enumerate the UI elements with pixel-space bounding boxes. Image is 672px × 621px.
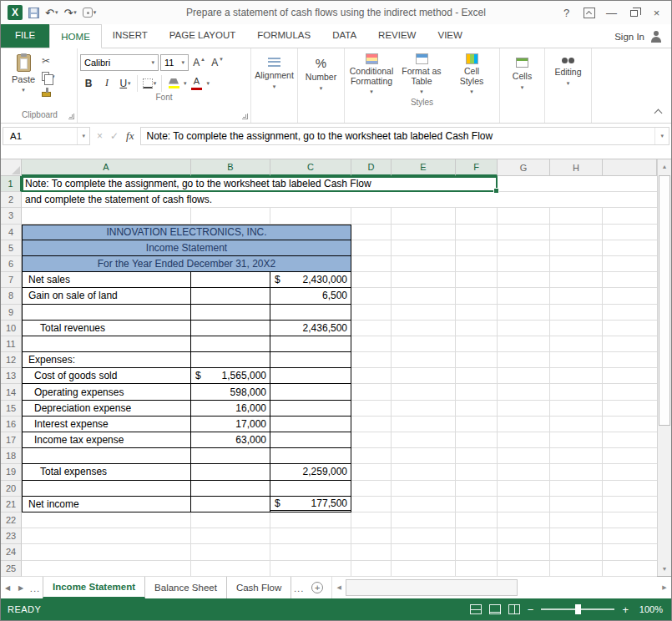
- cell-H7[interactable]: [550, 272, 603, 288]
- cell-H23[interactable]: [550, 528, 603, 544]
- cell-H22[interactable]: [550, 512, 603, 528]
- cell-C10[interactable]: 2,436,500: [270, 321, 351, 336]
- vertical-scrollbar[interactable]: ▲ ▼: [657, 159, 671, 576]
- normal-view-button[interactable]: [470, 604, 482, 614]
- cell-C23[interactable]: [270, 528, 351, 544]
- cell-E17[interactable]: [392, 432, 456, 448]
- row-header-13[interactable]: 13: [1, 368, 22, 384]
- page-break-view-button[interactable]: [508, 604, 520, 614]
- cell-B8[interactable]: [191, 288, 270, 304]
- ribbon-tab-file[interactable]: FILE: [1, 23, 49, 48]
- ribbon-tab-insert[interactable]: INSERT: [102, 23, 159, 48]
- cell-B21[interactable]: [191, 497, 270, 512]
- cell-G5[interactable]: [498, 240, 550, 256]
- cell-A13[interactable]: Cost of goods sold: [22, 368, 191, 384]
- maximize-restore-button[interactable]: [623, 3, 645, 22]
- sign-in-button[interactable]: Sign In: [614, 24, 671, 48]
- font-name-select[interactable]: Calibri ▾: [80, 54, 159, 71]
- sheet-tab-cash-flow[interactable]: Cash Flow: [227, 577, 291, 598]
- cell-E9[interactable]: [392, 305, 456, 321]
- cell-F10[interactable]: [456, 321, 498, 336]
- cell-F6[interactable]: [456, 256, 498, 272]
- cell-E10[interactable]: [392, 321, 456, 336]
- cell-B19[interactable]: [191, 464, 270, 480]
- minimize-button[interactable]: —: [600, 3, 623, 22]
- cell-D24[interactable]: [351, 544, 392, 560]
- cell-A2[interactable]: and complete the statement of cash flows…: [22, 192, 657, 208]
- cell-G3[interactable]: [498, 208, 550, 224]
- cell-F11[interactable]: [456, 336, 498, 352]
- zoom-in-button[interactable]: +: [622, 604, 629, 615]
- cell-E14[interactable]: [392, 384, 456, 400]
- row-header-19[interactable]: 19: [1, 464, 22, 480]
- cell-F15[interactable]: [456, 401, 498, 417]
- cell-G22[interactable]: [498, 512, 550, 528]
- cell-H6[interactable]: [550, 256, 603, 272]
- editing-button[interactable]: Editing ▾: [548, 50, 589, 87]
- help-button[interactable]: ?: [555, 3, 578, 22]
- paste-button[interactable]: Paste ▾: [5, 50, 42, 109]
- cell-H19[interactable]: [550, 464, 603, 480]
- sheet-tab-balance-sheet[interactable]: Balance Sheet: [145, 577, 227, 598]
- cell-H15[interactable]: [550, 401, 603, 417]
- cell-D18[interactable]: [351, 448, 392, 464]
- ribbon-display-options-button[interactable]: [578, 3, 600, 22]
- sheet-tab-income-statement[interactable]: Income Statement: [43, 577, 145, 598]
- cell-C14[interactable]: [270, 384, 351, 400]
- cell-D10[interactable]: [351, 321, 392, 336]
- cell-B24[interactable]: [191, 544, 270, 560]
- close-button[interactable]: ×: [645, 3, 668, 22]
- cell-E3[interactable]: [392, 208, 456, 224]
- cell-A7[interactable]: Net sales: [22, 272, 191, 288]
- save-icon[interactable]: [28, 8, 39, 18]
- cell-C19[interactable]: 2,259,000: [270, 464, 351, 480]
- cell-C8[interactable]: 6,500: [270, 288, 351, 304]
- cell-D9[interactable]: [351, 305, 392, 321]
- cell-D7[interactable]: [351, 272, 392, 288]
- cell-B18[interactable]: [191, 448, 270, 464]
- copy-button[interactable]: ▾: [42, 70, 70, 83]
- cell-C15[interactable]: [270, 401, 351, 417]
- cell-F12[interactable]: [456, 352, 498, 368]
- cell-H16[interactable]: [550, 417, 603, 432]
- cell-F22[interactable]: [456, 512, 498, 528]
- cell-A15[interactable]: Depreciation expense: [22, 401, 191, 417]
- row-header-25[interactable]: 25: [1, 561, 22, 577]
- row-header-18[interactable]: 18: [1, 448, 22, 464]
- cell-A12[interactable]: Expenses:: [22, 352, 191, 368]
- cell-E7[interactable]: [392, 272, 456, 288]
- cell-G7[interactable]: [498, 272, 550, 288]
- expand-formula-bar-icon[interactable]: ▾: [654, 128, 669, 144]
- cancel-button[interactable]: ×: [97, 130, 103, 142]
- cell-G19[interactable]: [498, 464, 550, 480]
- cell-G9[interactable]: [498, 305, 550, 321]
- cell-B17[interactable]: 63,000: [191, 432, 270, 448]
- cell-E13[interactable]: [392, 368, 456, 384]
- cell-C21[interactable]: $177,500: [270, 497, 351, 512]
- cell-A11[interactable]: [22, 336, 191, 352]
- row-header-24[interactable]: 24: [1, 544, 22, 560]
- font-size-select[interactable]: 11 ▾: [160, 54, 189, 71]
- cell-H9[interactable]: [550, 305, 603, 321]
- row-header-7[interactable]: 7: [1, 272, 22, 288]
- redo-button[interactable]: ↷▾: [63, 7, 76, 19]
- row-header-10[interactable]: 10: [1, 321, 22, 336]
- format-painter-button[interactable]: [42, 86, 70, 98]
- cell-E21[interactable]: [392, 497, 456, 512]
- cell-D16[interactable]: [351, 417, 392, 432]
- format-as-table-button[interactable]: Format as Table ▾: [397, 53, 446, 97]
- row-header-21[interactable]: 21: [1, 497, 22, 512]
- cell-C12[interactable]: [270, 352, 351, 368]
- touch-mouse-mode-button[interactable]: ▾: [83, 8, 97, 18]
- cell-B7[interactable]: [191, 272, 270, 288]
- scroll-up-icon[interactable]: ▲: [658, 159, 671, 174]
- zoom-out-button[interactable]: −: [528, 604, 534, 615]
- row-header-9[interactable]: 9: [1, 305, 22, 321]
- cell-G8[interactable]: [498, 288, 550, 304]
- cell-A1[interactable]: Note: To complete the assignment, go to …: [22, 176, 657, 192]
- fill-color-button[interactable]: [165, 74, 182, 92]
- cell-E6[interactable]: [392, 256, 456, 272]
- cell-B23[interactable]: [191, 528, 270, 544]
- name-box[interactable]: A1 ▾: [3, 127, 90, 145]
- cell-H3[interactable]: [550, 208, 603, 224]
